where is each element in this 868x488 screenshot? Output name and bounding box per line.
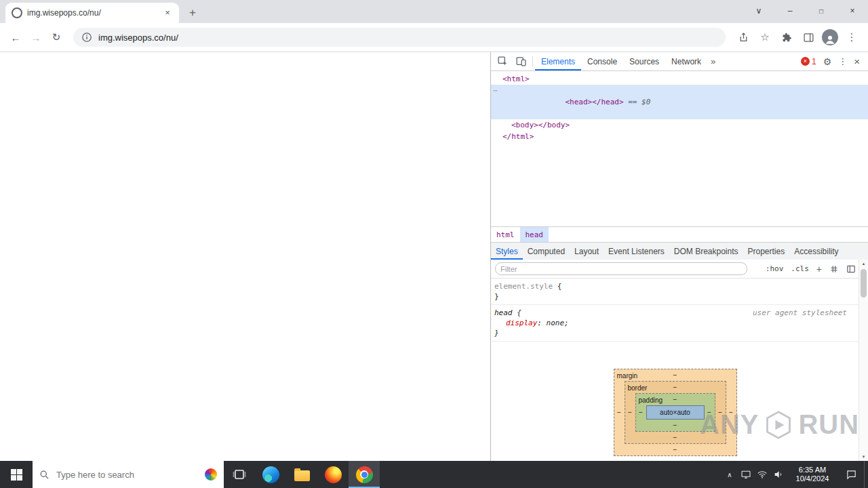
toggle-element-state-button[interactable]: :hov — [766, 264, 784, 273]
devtools-menu-kebab-icon[interactable]: ⋮ — [838, 56, 847, 66]
devtools-tab-network[interactable]: Network — [665, 52, 707, 70]
url-text[interactable]: img.wisepops.co/nu/ — [98, 33, 178, 43]
dom-node-head[interactable]: ⋯<head></head> == $0 — [491, 85, 868, 119]
volume-tray-icon[interactable] — [770, 461, 787, 488]
reload-icon[interactable]: ↻ — [47, 31, 65, 43]
breadcrumb-html[interactable]: html — [491, 227, 520, 242]
taskbar-file-explorer-button[interactable] — [286, 461, 317, 488]
styles-pane-toolbar: :hov .cls + — [766, 264, 856, 274]
margin-bottom-value[interactable]: − — [673, 445, 677, 455]
padding-left-value[interactable]: − — [636, 407, 646, 418]
error-badge[interactable]: × 1 — [801, 57, 816, 66]
dom-node-body[interactable]: <body></body> — [491, 119, 868, 131]
devtools-tab-sources[interactable]: Sources — [623, 52, 665, 70]
margin-top-value[interactable]: − — [673, 370, 677, 380]
tab-event-listeners[interactable]: Event Listeners — [604, 243, 669, 260]
border-left-value[interactable]: − — [625, 407, 635, 418]
browser-menu-kebab-icon[interactable]: ⋮ — [842, 31, 861, 43]
scroll-down-icon[interactable]: ▼ — [862, 454, 866, 460]
border-right-value[interactable]: − — [715, 407, 726, 418]
tab-computed[interactable]: Computed — [523, 243, 570, 260]
start-button[interactable] — [0, 461, 33, 488]
action-center-button[interactable] — [838, 461, 864, 488]
firefox-icon — [325, 466, 342, 483]
margin-left-value[interactable]: − — [614, 407, 625, 418]
box-model-content[interactable]: auto×auto — [646, 405, 705, 420]
styles-scrollbar[interactable]: ▲ ▼ — [859, 260, 868, 461]
dom-node-html-open[interactable]: <html> — [491, 73, 868, 85]
taskbar-search-input[interactable] — [55, 469, 199, 481]
scroll-up-icon[interactable]: ▲ — [862, 261, 866, 266]
element-classes-button[interactable]: .cls — [791, 264, 809, 273]
devtools-close-icon[interactable]: × — [854, 56, 860, 67]
node-more-actions-icon[interactable]: ⋯ — [493, 85, 498, 96]
taskbar-chrome-button[interactable] — [349, 461, 380, 488]
side-panel-icon[interactable] — [799, 32, 818, 43]
style-rule-head[interactable]: user agent stylesheet head { display: no… — [491, 305, 859, 342]
grid-overlay-icon[interactable] — [829, 264, 839, 274]
tab-search-icon[interactable]: ∨ — [743, 0, 774, 22]
tab-close-icon[interactable]: × — [162, 7, 173, 18]
minimize-button[interactable]: – — [774, 0, 806, 22]
breadcrumb-head[interactable]: head — [520, 227, 549, 242]
style-rule-element[interactable]: element.style { } — [491, 279, 859, 305]
css-declaration[interactable]: display: none; — [494, 318, 859, 328]
css-value[interactable]: none; — [547, 319, 569, 327]
border-bottom-value[interactable]: − — [673, 432, 677, 443]
device-toolbar-icon[interactable] — [512, 53, 530, 70]
display-tray-icon[interactable] — [738, 461, 754, 488]
back-icon[interactable]: ← — [7, 32, 24, 43]
browser-tab[interactable]: img.wisepops.co/nu/ × — [5, 3, 179, 23]
site-info-icon[interactable] — [81, 32, 92, 43]
box-model-margin[interactable]: margin− − border− − padding− — [614, 369, 737, 456]
address-bar[interactable]: img.wisepops.co/nu/ — [73, 28, 726, 47]
taskbar-search-box[interactable] — [33, 461, 224, 488]
extensions-puzzle-icon[interactable] — [777, 32, 796, 43]
share-icon[interactable] — [734, 32, 753, 43]
border-top-value[interactable]: − — [673, 382, 677, 392]
padding-top-value[interactable]: − — [673, 394, 677, 405]
more-tabs-icon[interactable]: » — [707, 56, 719, 66]
new-tab-button[interactable]: + — [183, 3, 202, 22]
devtools-tab-elements[interactable]: Elements — [535, 52, 581, 70]
maximize-button[interactable]: □ — [806, 0, 837, 22]
taskbar-edge-button[interactable] — [255, 461, 286, 488]
box-model-diagram[interactable]: margin− − border− − padding− — [614, 369, 737, 456]
margin-right-value[interactable]: − — [726, 407, 736, 418]
profile-avatar[interactable] — [822, 29, 838, 45]
inspect-element-icon[interactable] — [494, 53, 512, 70]
styles-filter-input[interactable] — [495, 262, 747, 275]
toolbar-separator — [532, 56, 533, 67]
scrollbar-thumb[interactable] — [861, 269, 867, 298]
settings-gear-icon[interactable]: ⚙ — [823, 56, 832, 67]
task-view-button[interactable] — [224, 461, 255, 488]
tab-dom-breakpoints[interactable]: DOM Breakpoints — [669, 243, 743, 260]
dom-node-html-close[interactable]: </html> — [491, 131, 868, 142]
devtools-toolbar-right: × 1 ⚙ ⋮ × — [801, 56, 865, 67]
network-tray-icon[interactable] — [754, 461, 770, 488]
show-desktop-button[interactable] — [864, 461, 868, 488]
taskbar-firefox-button[interactable] — [317, 461, 349, 488]
page-content[interactable] — [0, 52, 490, 461]
edge-icon — [262, 466, 279, 483]
box-model-border[interactable]: border− − padding− − auto×auto — [625, 381, 726, 444]
box-model-padding[interactable]: padding− − auto×auto − − — [635, 393, 715, 432]
window-close-button[interactable]: × — [837, 0, 868, 22]
news-interests-icon[interactable] — [205, 468, 217, 481]
tab-styles[interactable]: Styles — [491, 243, 523, 260]
padding-bottom-value[interactable]: − — [673, 420, 677, 430]
tab-layout[interactable]: Layout — [570, 243, 604, 260]
hidden-icons-chevron[interactable]: ∧ — [722, 461, 738, 488]
task-view-icon — [233, 469, 246, 480]
taskbar-clock[interactable]: 6:35 AM 10/4/2024 — [787, 461, 838, 488]
computed-sidebar-icon[interactable] — [846, 264, 856, 274]
devtools-tab-console[interactable]: Console — [581, 52, 623, 70]
tab-accessibility[interactable]: Accessibility — [789, 243, 843, 260]
forward-icon[interactable]: → — [27, 32, 45, 43]
browser-toolbar: ← → ↻ img.wisepops.co/nu/ ☆ ⋮ — [0, 23, 868, 52]
bookmark-star-icon[interactable]: ☆ — [755, 31, 774, 43]
padding-right-value[interactable]: − — [705, 407, 715, 418]
new-style-rule-button[interactable]: + — [816, 264, 822, 274]
css-property[interactable]: display — [506, 319, 537, 327]
tab-properties[interactable]: Properties — [743, 243, 790, 260]
